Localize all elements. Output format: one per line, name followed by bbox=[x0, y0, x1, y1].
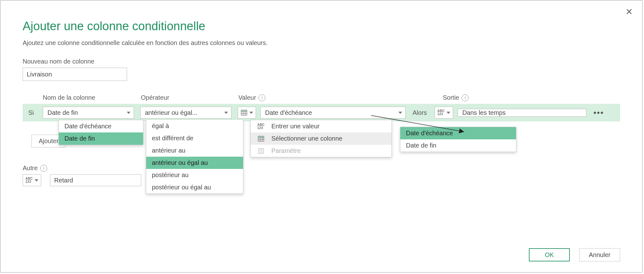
header-value: Valeur i bbox=[238, 94, 414, 101]
output-type-button[interactable]: ABC123 bbox=[435, 107, 453, 119]
info-icon[interactable]: i bbox=[462, 94, 469, 101]
menu-item-select-column[interactable]: Sélectionner une colonne bbox=[251, 132, 391, 145]
svg-rect-5 bbox=[241, 110, 247, 111]
menu-item-anterieur[interactable]: antérieur au bbox=[146, 144, 243, 157]
otherwise-value-input[interactable] bbox=[50, 174, 141, 186]
column-name-value: Date de fin bbox=[47, 109, 78, 116]
svg-rect-13 bbox=[259, 149, 263, 150]
if-label: Si bbox=[28, 109, 43, 116]
rule-headers: Nom de la colonne Opérateur Valeur i Sor… bbox=[23, 94, 620, 101]
menu-item-label: Sélectionner une colonne bbox=[271, 135, 342, 142]
value-type-menu: ABC123 Entrer une valeur Sélectionner un… bbox=[250, 120, 392, 157]
table-icon bbox=[241, 109, 247, 116]
abc123-icon: ABC123 bbox=[257, 123, 264, 130]
menu-item-date-echeance[interactable]: Date d'échéance bbox=[59, 120, 143, 132]
then-label: Alors bbox=[413, 109, 435, 116]
table-icon bbox=[256, 135, 266, 142]
new-column-name-input[interactable] bbox=[23, 68, 127, 81]
column-name-dropdown[interactable]: Date de fin bbox=[43, 107, 134, 119]
otherwise-type-button[interactable]: ABC123 bbox=[23, 174, 41, 186]
header-operator: Opérateur bbox=[141, 94, 238, 101]
chevron-down-icon bbox=[35, 179, 38, 182]
ok-button[interactable]: OK bbox=[529, 248, 570, 261]
header-output-label: Sortie bbox=[443, 94, 459, 101]
svg-rect-12 bbox=[258, 148, 264, 154]
chevron-down-icon bbox=[127, 112, 130, 114]
abc123-icon: ABC123 bbox=[25, 177, 33, 183]
info-icon[interactable]: i bbox=[40, 165, 47, 172]
close-icon[interactable]: ✕ bbox=[625, 8, 633, 16]
dialog-title: Ajouter une colonne conditionnelle bbox=[23, 20, 620, 33]
menu-item-posterieur-egal[interactable]: postérieur ou égal au bbox=[146, 181, 243, 193]
abc123-icon: ABC123 bbox=[437, 109, 445, 116]
menu-item-different[interactable]: est différent de bbox=[146, 132, 243, 144]
menu-item-anterieur-egal[interactable]: antérieur ou égal au bbox=[146, 157, 243, 169]
operator-dropdown[interactable]: antérieur ou égal... bbox=[140, 107, 231, 119]
svg-rect-11 bbox=[258, 136, 264, 137]
menu-item-label: Entrer une valeur bbox=[271, 123, 319, 130]
cancel-button[interactable]: Annuler bbox=[579, 248, 620, 261]
otherwise-section: Autre i ABC123 bbox=[23, 165, 620, 186]
conditional-column-dialog: ✕ Ajouter une colonne conditionnelle Ajo… bbox=[0, 0, 643, 273]
chevron-down-icon bbox=[224, 112, 228, 114]
more-options-button[interactable]: ••• bbox=[593, 108, 604, 118]
rule-area: Nom de la colonne Opérateur Valeur i Sor… bbox=[23, 94, 620, 121]
menu-item-egal[interactable]: égal à bbox=[146, 120, 243, 132]
menu-item-parameter: Paramètre bbox=[251, 145, 391, 157]
info-icon[interactable]: i bbox=[258, 94, 265, 101]
header-column-name: Nom de la colonne bbox=[43, 94, 141, 101]
operator-value: antérieur ou égal... bbox=[145, 109, 197, 116]
menu-item-label: Paramètre bbox=[271, 147, 301, 154]
value-selected: Date d'échéance bbox=[265, 109, 312, 116]
otherwise-label: Autre bbox=[23, 165, 38, 172]
chevron-down-icon bbox=[447, 112, 450, 114]
dialog-subtitle: Ajoutez une colonne conditionnelle calcu… bbox=[23, 39, 620, 47]
header-output: Sortie i bbox=[443, 94, 594, 101]
value-type-button[interactable] bbox=[238, 107, 256, 119]
operator-menu: égal à est différent de antérieur au ant… bbox=[146, 120, 243, 194]
column-name-menu: Date d'échéance Date de fin bbox=[58, 120, 143, 145]
value-dropdown[interactable]: Date d'échéance bbox=[260, 107, 406, 119]
menu-item-date-echeance[interactable]: Date d'échéance bbox=[400, 127, 516, 139]
parameter-icon bbox=[256, 148, 266, 154]
menu-item-date-fin[interactable]: Date de fin bbox=[59, 132, 143, 145]
output-value-input[interactable] bbox=[458, 109, 586, 117]
new-column-name-label: Nouveau nom de colonne bbox=[23, 58, 620, 65]
chevron-down-icon bbox=[398, 112, 402, 114]
dialog-footer: OK Annuler bbox=[529, 248, 620, 261]
chevron-down-icon bbox=[249, 112, 253, 114]
menu-item-date-fin[interactable]: Date de fin bbox=[400, 139, 516, 152]
rule-row: Si Date de fin antérieur ou égal... Date… bbox=[23, 104, 620, 121]
value-column-menu: Date d'échéance Date de fin bbox=[400, 127, 516, 152]
svg-rect-14 bbox=[259, 151, 263, 152]
menu-item-enter-value[interactable]: ABC123 Entrer une valeur bbox=[251, 120, 391, 132]
menu-item-posterieur[interactable]: postérieur au bbox=[146, 169, 243, 181]
header-value-label: Valeur bbox=[238, 94, 256, 101]
